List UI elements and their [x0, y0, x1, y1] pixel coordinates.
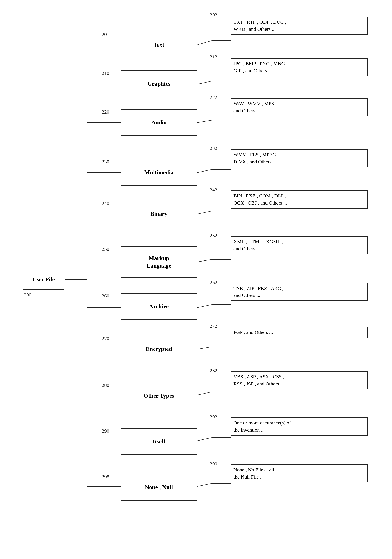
othertypes-node: Other Types [121, 382, 197, 409]
itself-detail: One or more occurance(s) ofthe invention… [231, 418, 368, 436]
svg-line-30 [197, 438, 212, 441]
binary-detail-ref: 242 [210, 187, 217, 193]
archive-label: Archive [149, 303, 169, 310]
encrypted-detail: PGP , and Others ... [231, 327, 368, 338]
svg-line-21 [197, 305, 212, 308]
svg-line-15 [197, 211, 212, 214]
svg-line-24 [197, 347, 212, 349]
user-file-node: User File [23, 269, 64, 290]
markup-detail-text: XML , HTML , XGML ,and Others ... [234, 239, 283, 251]
archive-ref: 260 [102, 293, 109, 299]
text-detail-text: TXT , RTF , ODF , DOC ,WRD , and Others … [234, 19, 286, 32]
multimedia-label: Multimedia [144, 169, 173, 176]
svg-line-12 [197, 169, 212, 173]
svg-line-27 [197, 392, 212, 395]
multimedia-ref: 230 [102, 159, 109, 165]
audio-detail-ref: 222 [210, 95, 217, 100]
othertypes-ref: 280 [102, 382, 109, 388]
archive-node: Archive [121, 293, 197, 320]
multimedia-detail-ref: 232 [210, 146, 217, 151]
svg-line-18 [197, 260, 212, 262]
binary-label: Binary [150, 211, 167, 217]
svg-line-6 [197, 81, 212, 84]
encrypted-label: Encrypted [146, 346, 172, 352]
archive-detail: TAR , ZIP , PKZ , ARC ,and Others ... [231, 283, 368, 301]
encrypted-node: Encrypted [121, 336, 197, 362]
multimedia-detail-text: WMV , FLS , MPEG ,DIVX , and Others ... [234, 152, 279, 164]
svg-line-9 [197, 120, 212, 123]
svg-line-33 [197, 483, 212, 486]
audio-ref: 220 [102, 109, 109, 115]
text-node: Text [121, 32, 197, 58]
markup-ref: 250 [102, 246, 109, 252]
nonenull-detail-ref: 299 [210, 461, 217, 467]
multimedia-node: Multimedia [121, 159, 197, 186]
othertypes-detail-text: VBS , ASP , ASX , CSS ,RSS , JSP , and O… [234, 374, 284, 386]
multimedia-detail: WMV , FLS , MPEG ,DIVX , and Others ... [231, 149, 368, 167]
itself-node: Itself [121, 428, 197, 455]
markup-node: Markup Language [121, 246, 197, 278]
itself-detail-ref: 292 [210, 414, 217, 420]
encrypted-detail-text: PGP , and Others ... [234, 329, 273, 335]
text-label: Text [154, 42, 164, 48]
root-ref-label: 200 [24, 292, 31, 298]
audio-detail: WAV , WMV , MP3 ,and Others ... [231, 98, 368, 116]
diagram-container: User File 200 Text 201 202 TXT , RTF , O… [0, 0, 392, 559]
graphics-label: Graphics [147, 80, 170, 87]
archive-detail-ref: 262 [210, 280, 217, 285]
nonenull-ref: 298 [102, 474, 109, 480]
audio-detail-text: WAV , WMV , MP3 ,and Others ... [234, 101, 276, 113]
archive-detail-text: TAR , ZIP , PKZ , ARC ,and Others ... [234, 285, 283, 298]
othertypes-detail: VBS , ASP , ASX , CSS ,RSS , JSP , and O… [231, 371, 368, 389]
text-detail: TXT , RTF , ODF , DOC ,WRD , and Others … [231, 17, 368, 35]
nonenull-detail-text: None , No File at all ,the Null File ... [234, 467, 277, 480]
binary-node: Binary [121, 201, 197, 227]
itself-ref: 290 [102, 428, 109, 434]
nonenull-detail: None , No File at all ,the Null File ... [231, 464, 368, 483]
encrypted-ref: 270 [102, 336, 109, 341]
binary-detail-text: BIN , EXE , COM , DLL ,OCX , OBJ , and O… [234, 193, 287, 205]
binary-detail: BIN , EXE , COM , DLL ,OCX , OBJ , and O… [231, 190, 368, 208]
nonenull-node: None , Null [121, 474, 197, 501]
nonenull-label: None , Null [145, 484, 173, 491]
svg-line-3 [197, 41, 212, 45]
text-detail-ref: 202 [210, 12, 217, 18]
othertypes-detail-ref: 282 [210, 368, 217, 373]
graphics-detail-ref: 212 [210, 54, 217, 60]
encrypted-detail-ref: 272 [210, 323, 217, 329]
graphics-ref: 210 [102, 70, 109, 76]
graphics-detail-text: JPG , BMP , PNG , MNG ,GIF , and Others … [234, 61, 288, 73]
itself-detail-text: One or more occurance(s) ofthe invention… [234, 420, 291, 433]
markup-detail: XML , HTML , XGML ,and Others ... [231, 236, 368, 254]
audio-label: Audio [151, 119, 166, 126]
othertypes-label: Other Types [144, 392, 174, 399]
graphics-detail: JPG , BMP , PNG , MNG ,GIF , and Others … [231, 58, 368, 76]
markup-label: Markup Language [147, 254, 171, 270]
user-file-label: User File [32, 276, 55, 283]
markup-detail-ref: 252 [210, 233, 217, 238]
audio-node: Audio [121, 109, 197, 136]
graphics-node: Graphics [121, 70, 197, 97]
text-ref: 201 [102, 32, 109, 37]
itself-label: Itself [153, 438, 165, 445]
binary-ref: 240 [102, 201, 109, 206]
